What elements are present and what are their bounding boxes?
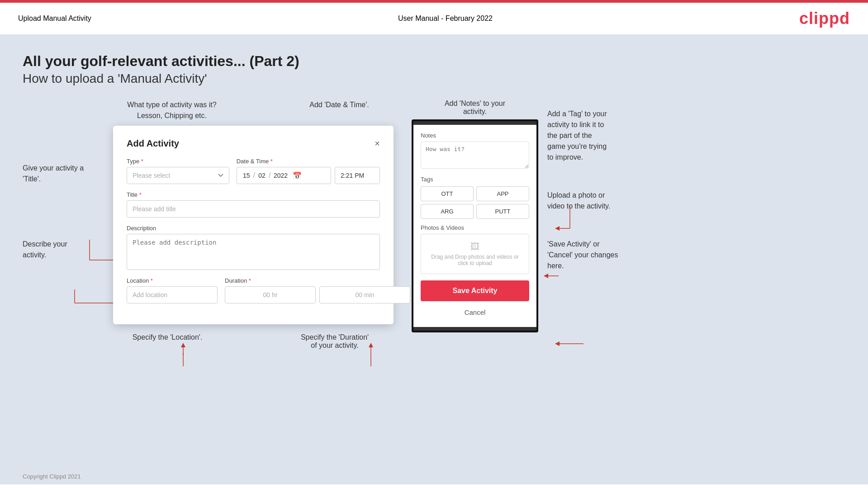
save-activity-button[interactable]: Save Activity xyxy=(421,280,529,301)
type-label: Type * xyxy=(127,158,229,165)
time-input[interactable] xyxy=(335,167,380,184)
ann-tag: Add a 'Tag' to youractivity to link it t… xyxy=(547,109,697,163)
add-activity-dialog: Add Activity × Type * Please select Date… xyxy=(113,126,394,324)
logo: clippd xyxy=(799,9,850,28)
phone-panel: Notes Tags OTT APP ARG PUTT Photos & Vid… xyxy=(412,119,538,332)
tag-putt[interactable]: PUTT xyxy=(476,204,529,219)
close-button[interactable]: × xyxy=(375,138,380,149)
photo-icon: 🖼 xyxy=(428,242,522,252)
photos-label: Photos & Videos xyxy=(421,224,529,231)
cancel-button[interactable]: Cancel xyxy=(421,305,529,320)
notes-label: Notes xyxy=(421,132,529,139)
ann-photo: Upload a photo orvideo to the activity. xyxy=(547,190,697,212)
ann-describe: Describe youractivity. xyxy=(23,239,104,261)
title-input[interactable] xyxy=(127,200,380,218)
copyright: Copyright Clippd 2021 xyxy=(23,473,81,480)
ann-location: Specify the 'Location'. xyxy=(122,333,213,350)
page-subtitle: Upload Manual Activity xyxy=(18,14,91,23)
desc-label: Description xyxy=(127,225,380,232)
date-day-input[interactable] xyxy=(242,172,251,179)
ann-activity-type: What type of activity was it?Lesson, Chi… xyxy=(127,99,217,121)
tags-grid: OTT APP ARG PUTT xyxy=(421,186,529,219)
photos-dropzone[interactable]: 🖼 Drag and Drop photos and videos or cli… xyxy=(421,234,529,274)
tag-ott[interactable]: OTT xyxy=(421,186,474,201)
notes-textarea[interactable] xyxy=(421,142,529,169)
ann-notes-top: Add 'Notes' to youractivity. xyxy=(412,99,538,116)
duration-min-input[interactable] xyxy=(319,286,410,303)
date-month-input[interactable] xyxy=(257,172,267,179)
ann-date-time: Add 'Date & Time'. xyxy=(299,99,380,121)
tag-app[interactable]: APP xyxy=(476,186,529,201)
date-year-input[interactable] xyxy=(273,172,289,179)
page-title-sub: How to upload a 'Manual Activity' xyxy=(23,71,845,86)
ann-duration: Specify the 'Duration'of your activity. xyxy=(285,333,384,350)
ann-give-title: Give your activity a'Title'. xyxy=(23,163,104,185)
location-input[interactable] xyxy=(127,286,218,303)
page-title-bold: All your golf-relevant activities... (Pa… xyxy=(23,53,845,70)
type-select[interactable]: Please select xyxy=(127,167,229,184)
duration-label: Duration * xyxy=(225,277,410,284)
photos-hint: Drag and Drop photos and videos or click… xyxy=(428,254,522,266)
ann-save: 'Save Activity' or'Cancel' your changesh… xyxy=(547,239,697,271)
desc-textarea[interactable] xyxy=(127,234,380,270)
tag-arg[interactable]: ARG xyxy=(421,204,474,219)
location-label: Location * xyxy=(127,277,218,284)
tags-label: Tags xyxy=(421,176,529,183)
title-label: Title * xyxy=(127,191,380,198)
duration-hr-input[interactable] xyxy=(225,286,316,303)
manual-title: User Manual - February 2022 xyxy=(398,14,493,23)
datetime-label: Date & Time * xyxy=(237,158,380,165)
dialog-title: Add Activity xyxy=(127,138,179,149)
